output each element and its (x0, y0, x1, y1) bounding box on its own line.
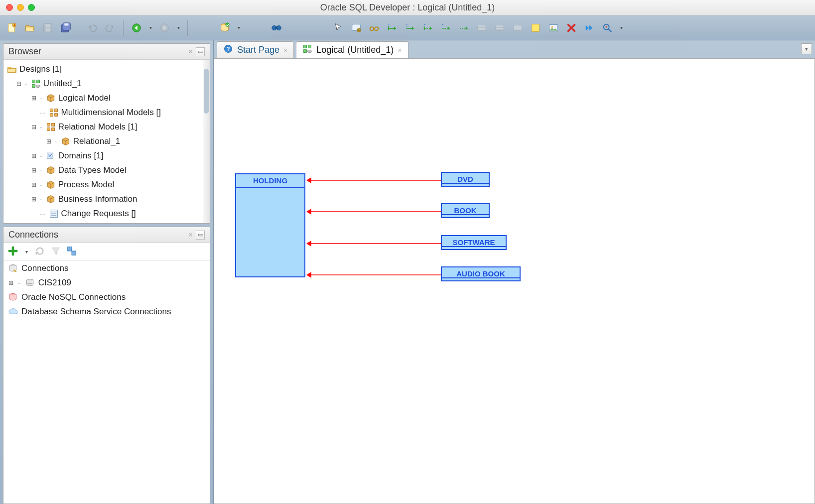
browser-scrollbar[interactable] (203, 60, 210, 223)
relation-3-button[interactable]: * (421, 21, 435, 35)
tree-datatypes[interactable]: ⊞·· Data Types Model (6, 163, 208, 177)
back-dropdown[interactable]: ▾ (147, 25, 153, 30)
delete-button[interactable] (564, 21, 578, 35)
group-connections-button[interactable] (66, 246, 77, 258)
svg-rect-30 (514, 25, 522, 30)
new-connection-dropdown[interactable]: ▾ (23, 249, 29, 254)
tree-label: Logical Model (58, 93, 111, 103)
tab-close-button[interactable]: × (398, 46, 402, 54)
expand-icon[interactable]: ⊞ (30, 167, 37, 174)
entity-dvd[interactable]: DVD (441, 172, 490, 187)
entity-2-button[interactable] (493, 21, 507, 35)
relation-4-button[interactable]: * (439, 21, 453, 35)
tree-relational-child[interactable]: ⊞·· Relational_1 (6, 134, 208, 148)
entity-3-button[interactable] (511, 21, 525, 35)
tree-relational[interactable]: ⊟·· Relational Models [1] (6, 120, 208, 134)
debugger-button[interactable] (270, 21, 283, 35)
filter-connections-button[interactable] (50, 246, 61, 258)
properties-button[interactable] (349, 21, 363, 35)
forward-dropdown[interactable]: ▾ (175, 25, 181, 30)
window-close-button[interactable] (6, 4, 13, 11)
tree-change[interactable]: ···· Change Requests [] (6, 206, 208, 221)
grid-icon (48, 107, 59, 118)
entity-title: HOLDING (236, 174, 304, 188)
image-button[interactable] (546, 21, 560, 35)
redo-button[interactable] (103, 21, 117, 35)
window-title: Oracle SQL Developer : Logical (Untitled… (0, 2, 815, 13)
new-connection-button[interactable] (7, 246, 18, 258)
connection-schema-service[interactable]: Database Schema Service Connections (3, 304, 210, 319)
new-button[interactable]: ✦ (5, 21, 19, 35)
tab-list-button[interactable]: ▾ (801, 43, 812, 54)
tree-design-item[interactable]: ⊟·· Untitled_1 (6, 76, 208, 91)
relation-5-button[interactable] (457, 21, 471, 35)
pointer-button[interactable] (331, 21, 345, 35)
collapse-icon[interactable]: ⊟ (30, 124, 37, 130)
tree-business[interactable]: ⊞·· Business Information (6, 192, 208, 206)
expand-icon[interactable]: ⊞ (30, 95, 37, 102)
relation-holding-book[interactable] (305, 208, 442, 215)
forward-button[interactable] (157, 21, 171, 35)
tree-logical[interactable]: ⊞·· Logical Model (6, 91, 208, 105)
back-button[interactable] (130, 21, 143, 35)
relation-1-button[interactable]: 1 (385, 21, 399, 35)
connections-icon (7, 263, 18, 274)
connections-minimize-button[interactable]: ▭ (196, 231, 205, 240)
browser-panel-header: Browser × ▭ (3, 44, 210, 60)
sql-worksheet-button[interactable] (218, 21, 232, 35)
entity-software[interactable]: SOFTWARE (441, 235, 507, 250)
browser-minimize-button[interactable]: ▭ (196, 47, 205, 56)
diagram-canvas[interactable]: HOLDING DVD BOOK SOFTWARE AUDIO BOOK (214, 58, 815, 504)
sql-worksheet-dropdown[interactable]: ▾ (236, 25, 242, 30)
note-button[interactable] (529, 21, 543, 35)
connections-close-button[interactable]: × (188, 231, 193, 240)
browser-panel-title: Browser (8, 46, 41, 57)
svg-rect-37 (32, 80, 35, 83)
tree-multidim[interactable]: ···· Multidimensional Models [] (6, 105, 208, 120)
svg-point-65 (307, 50, 311, 53)
entity-1-button[interactable] (475, 21, 489, 35)
undo-button[interactable] (85, 21, 99, 35)
entity-audio-book[interactable]: AUDIO BOOK (441, 266, 521, 281)
window-minimize-button[interactable] (17, 4, 24, 11)
tab-logical[interactable]: Logical (Untitled_1) × (296, 41, 408, 58)
design-icon (30, 78, 41, 89)
glasses-icon[interactable] (367, 21, 381, 35)
browser-close-button[interactable]: × (188, 47, 193, 56)
expand-icon[interactable]: ⊞ (30, 181, 37, 188)
cube-icon (45, 179, 56, 190)
zoom-dropdown[interactable]: ▾ (618, 25, 624, 30)
connections-root[interactable]: Connections (3, 261, 210, 275)
svg-rect-8 (64, 23, 68, 25)
zoom-button[interactable]: + (600, 21, 614, 35)
browser-tree: Designs [1] ⊟·· Untitled_1 ⊞·· Logical M… (3, 60, 210, 223)
refresh-connections-button[interactable] (34, 246, 45, 258)
expand-icon[interactable]: ⊞ (30, 152, 37, 159)
connection-cis2109[interactable]: ⊞·· CIS2109 (3, 275, 210, 290)
tree-designs[interactable]: Designs [1] (6, 62, 208, 76)
tab-close-button[interactable]: × (283, 46, 287, 54)
connection-nosql[interactable]: Oracle NoSQL Connections (3, 290, 210, 304)
relation-holding-software[interactable] (305, 240, 442, 247)
save-all-button[interactable] (59, 21, 73, 35)
svg-text:?: ? (226, 45, 230, 52)
cube-icon (45, 93, 56, 104)
relation-holding-audio-book[interactable] (305, 271, 442, 278)
window-maximize-button[interactable] (28, 4, 35, 11)
expand-icon[interactable]: ⊞ (30, 196, 37, 203)
tree-domains[interactable]: ⊞·· A9 Domains [1] (6, 148, 208, 163)
open-button[interactable] (23, 21, 37, 35)
expand-icon[interactable]: ⊞ (7, 279, 14, 286)
fast-forward-button[interactable] (582, 21, 596, 35)
relation-holding-dvd[interactable] (305, 177, 442, 184)
tree-process[interactable]: ⊞·· Process Model (6, 177, 208, 192)
relation-2-button[interactable]: 1 (403, 21, 417, 35)
tab-start-page[interactable]: ? Start Page × (217, 41, 294, 58)
save-button[interactable] (41, 21, 55, 35)
entity-holding[interactable]: HOLDING (235, 173, 305, 277)
expand-icon[interactable]: ⊞ (45, 138, 52, 145)
svg-rect-43 (50, 113, 53, 116)
entity-book[interactable]: BOOK (441, 203, 490, 218)
svg-marker-71 (306, 212, 311, 215)
collapse-icon[interactable]: ⊟ (15, 80, 22, 87)
